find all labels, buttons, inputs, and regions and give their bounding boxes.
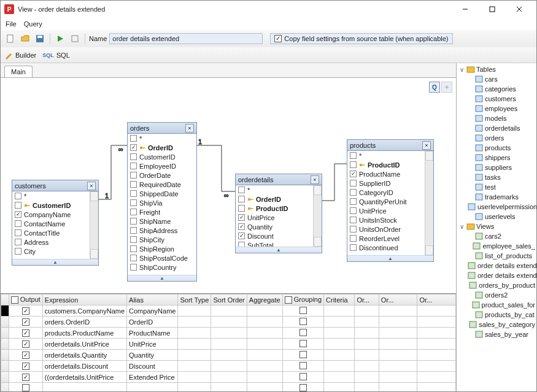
field-checkbox[interactable] [350, 198, 357, 205]
field-checkbox[interactable] [130, 255, 137, 261]
expr-cell[interactable]: ((orderdetails.UnitPrice [42, 372, 126, 383]
tree-item[interactable]: order details extended [466, 261, 535, 271]
field-row[interactable]: ProductName [347, 169, 433, 179]
field-row[interactable]: QuantityPerUnit [347, 197, 433, 206]
scrollbar[interactable] [425, 151, 433, 255]
expr-cell[interactable]: orders.OrderID [42, 317, 126, 328]
canvas[interactable]: Q ＋ 1 ∞ 1 ∞ customers×*CustomerIDCompany… [1, 78, 456, 293]
field-row[interactable]: UnitsOnOrder [347, 225, 433, 234]
table-orders[interactable]: orders×*OrderIDCustomerIDEmployeeIDOrder… [127, 122, 197, 282]
field-checkbox[interactable] [130, 245, 137, 252]
field-checkbox[interactable] [350, 235, 357, 242]
output-checkbox[interactable] [22, 352, 29, 359]
field-row[interactable]: UnitsInStock [347, 215, 433, 225]
tree-item[interactable]: tasks [466, 172, 535, 182]
field-row[interactable]: Discontinued [347, 243, 433, 252]
expand-arrow-icon[interactable]: ▲ [128, 275, 196, 281]
tree-item[interactable]: sales_by_category [466, 320, 535, 329]
expand-arrow-icon[interactable]: ▲ [236, 247, 322, 253]
field-row[interactable]: SubTotal [236, 240, 322, 247]
field-checkbox[interactable] [130, 190, 137, 197]
grid-row[interactable]: orders.OrderIDOrderID [1, 317, 456, 328]
close-icon[interactable]: × [87, 182, 96, 190]
alias-cell[interactable]: OrderID [127, 317, 178, 328]
field-checkbox[interactable] [238, 233, 245, 239]
field-row[interactable]: * [236, 185, 322, 194]
field-checkbox[interactable] [350, 226, 357, 233]
field-checkbox[interactable] [15, 239, 21, 245]
grid-header[interactable]: Alias [127, 294, 178, 306]
grid-row[interactable]: products.ProductNameProductName [1, 328, 456, 339]
field-checkbox[interactable] [350, 207, 357, 214]
field-checkbox[interactable] [130, 236, 137, 243]
grouping-checkbox[interactable] [299, 340, 307, 347]
scrollbar[interactable] [313, 185, 322, 247]
field-checkbox[interactable] [130, 172, 137, 179]
alias-cell[interactable]: ProductName [127, 328, 178, 339]
field-checkbox[interactable] [350, 180, 357, 186]
save-button[interactable] [34, 33, 46, 45]
field-row[interactable]: ShipPostalCode [128, 253, 196, 263]
field-row[interactable]: ContactName [12, 219, 98, 228]
grouping-checkbox[interactable] [299, 329, 307, 336]
field-checkbox[interactable] [238, 205, 245, 212]
field-checkbox[interactable] [238, 242, 245, 247]
grid-row[interactable]: orderdetails.UnitPriceUnitPrice [1, 339, 456, 350]
field-checkbox[interactable] [238, 186, 245, 193]
field-row[interactable]: * [128, 134, 196, 143]
output-checkbox[interactable] [22, 318, 29, 326]
field-row[interactable]: RequiredDate [128, 180, 196, 189]
grouping-checkbox[interactable] [299, 373, 307, 380]
grid-header[interactable]: Or... [355, 294, 379, 306]
expr-cell[interactable]: orderdetails.UnitPrice [42, 339, 126, 350]
grouping-checkbox[interactable] [299, 307, 307, 314]
alias-cell[interactable] [127, 383, 178, 392]
grid-header[interactable]: Aggregate [247, 294, 282, 306]
field-row[interactable]: ReorderLevel [347, 234, 433, 243]
tree-folder[interactable]: ∨Views [458, 221, 535, 231]
open-button[interactable] [19, 33, 31, 45]
tree-item[interactable]: orders_by_product [466, 280, 535, 290]
field-checkbox[interactable] [350, 217, 357, 223]
field-checkbox[interactable] [130, 199, 137, 206]
grouping-checkbox[interactable] [299, 351, 307, 358]
field-checkbox[interactable] [130, 153, 137, 160]
grid-row[interactable]: customers.CompanyNameCompanyName [1, 306, 456, 317]
field-checkbox[interactable] [350, 189, 357, 196]
sql-mode-button[interactable]: SQL SQL [42, 52, 70, 59]
field-checkbox[interactable] [350, 244, 357, 251]
output-checkbox[interactable] [22, 374, 29, 381]
field-checkbox[interactable] [130, 264, 137, 271]
tree-item[interactable]: cars2 [466, 231, 535, 241]
grid-header[interactable]: Or... [417, 294, 456, 306]
field-row[interactable]: CompanyName [12, 210, 98, 219]
alias-cell[interactable]: Discount [127, 361, 178, 372]
close-icon[interactable]: × [422, 141, 431, 150]
field-row[interactable]: CustomerID [12, 201, 98, 210]
tree-item[interactable]: product_sales_for [466, 300, 535, 310]
grid-header[interactable]: Sort Order [211, 294, 247, 306]
field-checkbox[interactable] [350, 161, 357, 168]
alias-cell[interactable]: Quantity [127, 350, 178, 361]
name-input[interactable] [109, 33, 263, 44]
field-row[interactable]: ShipCountry [128, 263, 196, 272]
table-orderdetails[interactable]: orderdetails×*OrderIDProductIDUnitPriceQ… [235, 174, 322, 253]
table-products[interactable]: products×*ProductIDProductNameSupplierID… [347, 139, 434, 262]
output-checkbox[interactable] [22, 329, 29, 337]
field-row[interactable]: ShipRegion [128, 244, 196, 253]
field-checkbox[interactable] [130, 163, 137, 169]
copy-settings-checkbox[interactable]: Copy field settings from source table (w… [270, 33, 452, 44]
menu-query[interactable]: Query [21, 19, 45, 29]
field-checkbox[interactable] [130, 135, 137, 142]
field-row[interactable]: ShippedDate [128, 189, 196, 198]
field-row[interactable]: CategoryID [347, 188, 433, 197]
grid-row[interactable]: ((orderdetails.UnitPriceExtended Price [1, 372, 456, 383]
tree-item[interactable]: cars [466, 74, 535, 84]
field-row[interactable]: ShipName [128, 217, 196, 226]
tree-item[interactable]: orders [466, 133, 535, 143]
builder-mode-button[interactable]: Builder [4, 51, 36, 60]
field-row[interactable]: ProductID [347, 160, 433, 169]
grid-header[interactable]: Grouping [282, 294, 323, 306]
field-checkbox[interactable] [130, 218, 137, 225]
field-checkbox[interactable] [15, 248, 21, 255]
